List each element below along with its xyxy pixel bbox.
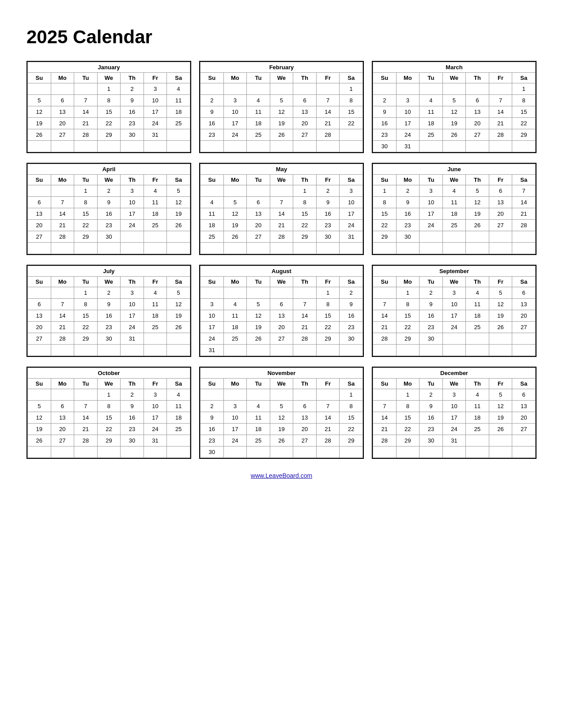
day-cell [74, 243, 98, 254]
day-header-mo: Mo [223, 73, 247, 83]
day-cell: 6 [512, 287, 536, 299]
day-cell [247, 141, 270, 152]
day-cell [293, 345, 317, 356]
day-cell: 24 [144, 118, 167, 129]
day-header-su: Su [200, 379, 224, 389]
day-cell: 9 [200, 106, 224, 118]
month-block-january: JanuarySuMoTuWeThFrSa1234567891011121314… [26, 61, 191, 153]
day-cell: 5 [270, 401, 293, 412]
week-row: 891011121314 [373, 197, 536, 208]
day-header-tu: Tu [74, 379, 98, 389]
day-cell: 21 [74, 118, 98, 129]
day-header-su: Su [200, 73, 224, 83]
day-cell: 8 [293, 197, 317, 208]
day-header-sa: Sa [340, 379, 363, 389]
day-cell [167, 345, 190, 356]
day-cell: 23 [200, 435, 224, 447]
day-cell: 2 [419, 287, 443, 299]
day-cell: 9 [340, 299, 363, 310]
day-cell: 28 [74, 435, 98, 447]
day-cell [200, 389, 224, 401]
day-cell: 26 [167, 220, 190, 231]
day-cell: 17 [144, 106, 167, 118]
day-cell [51, 389, 74, 401]
day-header-mo: Mo [396, 379, 419, 389]
day-cell: 6 [247, 197, 270, 208]
day-cell: 11 [247, 412, 270, 424]
day-cell [74, 447, 98, 458]
day-header-su: Su [373, 175, 397, 185]
day-cell: 1 [97, 389, 121, 401]
day-header-we: We [442, 379, 466, 389]
day-cell: 15 [396, 310, 419, 322]
day-header-fr: Fr [316, 277, 340, 287]
day-cell: 3 [340, 185, 363, 197]
day-cell: 27 [466, 129, 489, 141]
day-cell: 25 [167, 118, 190, 129]
day-cell: 23 [419, 424, 443, 435]
day-cell [489, 83, 512, 95]
day-cell [512, 345, 536, 356]
day-header-sa: Sa [167, 379, 190, 389]
day-cell: 13 [293, 412, 317, 424]
week-row: 3456789 [200, 299, 363, 310]
day-cell: 4 [466, 287, 489, 299]
day-cell: 20 [512, 412, 536, 424]
day-cell: 14 [512, 197, 536, 208]
day-header-tu: Tu [419, 175, 443, 185]
day-cell: 11 [167, 401, 190, 412]
day-cell: 20 [489, 208, 512, 220]
day-cell [373, 287, 397, 299]
footer-link[interactable]: www.LeaveBoard.com [26, 472, 537, 479]
month-block-october: OctoberSuMoTuWeThFrSa1234567891011121314… [26, 367, 191, 459]
day-cell [373, 345, 397, 356]
week-row: 1 [200, 389, 363, 401]
week-row: 9101112131415 [200, 412, 363, 424]
day-cell [466, 83, 489, 95]
day-cell [396, 345, 419, 356]
month-title-september: September [373, 266, 536, 277]
day-cell: 9 [373, 106, 397, 118]
day-cell: 14 [270, 208, 293, 220]
week-row: 22232425262728 [373, 220, 536, 231]
day-cell: 23 [373, 129, 397, 141]
day-cell: 29 [97, 129, 121, 141]
day-cell: 17 [121, 310, 144, 322]
day-cell: 16 [340, 310, 363, 322]
day-cell: 10 [223, 106, 247, 118]
day-cell: 6 [51, 401, 74, 412]
month-block-may: MaySuMoTuWeThFrSa12345678910111213141516… [199, 163, 364, 255]
day-cell: 29 [97, 435, 121, 447]
week-row: 232425262728 [200, 129, 363, 141]
day-cell [223, 83, 247, 95]
month-block-december: DecemberSuMoTuWeThFrSa123456789101112131… [372, 367, 537, 459]
day-cell: 25 [223, 333, 247, 345]
day-cell: 22 [373, 220, 397, 231]
day-cell [316, 345, 340, 356]
day-cell [167, 333, 190, 345]
day-header-we: We [97, 379, 121, 389]
day-cell: 25 [419, 129, 443, 141]
day-cell: 29 [74, 231, 98, 243]
day-cell: 7 [373, 299, 397, 310]
day-cell: 15 [293, 208, 317, 220]
day-header-su: Su [373, 73, 397, 83]
day-header-su: Su [373, 379, 397, 389]
day-cell [316, 447, 340, 458]
day-cell: 13 [51, 412, 74, 424]
day-cell [144, 243, 167, 254]
day-header-su: Su [200, 277, 224, 287]
day-cell [419, 141, 443, 152]
day-cell: 24 [223, 435, 247, 447]
day-cell: 28 [373, 435, 397, 447]
day-cell [293, 287, 317, 299]
day-header-su: Su [28, 175, 51, 185]
day-cell: 30 [97, 231, 121, 243]
month-title-august: August [200, 266, 363, 277]
day-cell: 14 [373, 310, 397, 322]
day-cell [51, 287, 74, 299]
day-cell: 23 [121, 424, 144, 435]
day-cell: 18 [144, 310, 167, 322]
day-cell: 14 [74, 106, 98, 118]
day-cell [97, 243, 121, 254]
